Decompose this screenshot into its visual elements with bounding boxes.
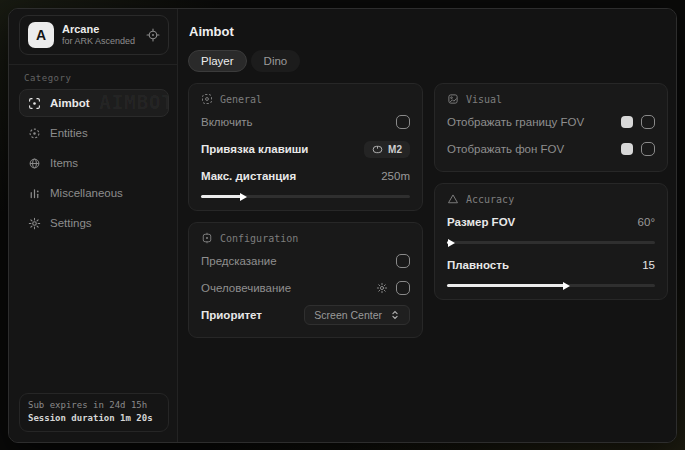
slider-thumb[interactable]	[448, 239, 455, 247]
tab-player[interactable]: Player	[188, 50, 247, 72]
target-icon[interactable]	[146, 28, 160, 42]
tab-dino[interactable]: Dino	[251, 50, 301, 72]
max-distance-row: Макс. дистанция 250m	[201, 166, 410, 186]
humanize-row: Очеловечивание	[201, 278, 410, 298]
prediction-label: Предсказание	[201, 255, 277, 267]
fov-background-checkbox[interactable]	[641, 142, 655, 156]
sidebar-item-label: Entities	[50, 127, 88, 139]
category-label: Category	[24, 73, 177, 83]
max-distance-label: Макс. дистанция	[201, 170, 296, 182]
general-panel: General Включить Привязка клавиши M2	[188, 83, 423, 211]
tab-bar: Player Dino	[188, 50, 668, 72]
enable-checkbox[interactable]	[396, 115, 410, 129]
fov-size-slider[interactable]	[447, 241, 655, 244]
configuration-panel-icon	[201, 232, 213, 244]
app-subtitle: for ARK Ascended	[62, 36, 135, 47]
subscription-info-card: Sub expires in 24d 15h Session duration …	[19, 393, 169, 432]
enable-row: Включить	[201, 112, 410, 132]
sidebar-item-label: Settings	[50, 217, 92, 229]
humanize-label: Очеловечивание	[201, 282, 291, 294]
keybind-row: Привязка клавиши M2	[201, 139, 410, 159]
prediction-row: Предсказание	[201, 251, 410, 271]
equalizer-bars-icon	[28, 187, 41, 200]
configuration-panel: Configuration Предсказание Очеловечивани…	[188, 222, 423, 338]
prediction-checkbox[interactable]	[396, 254, 410, 268]
sidebar-item-settings[interactable]: Settings	[19, 209, 169, 237]
unfold-icon	[390, 310, 400, 320]
gear-icon	[28, 217, 41, 230]
smoothness-label: Плавность	[447, 259, 509, 271]
app-window: A Arcane for ARK Ascended Category Aimbo…	[8, 8, 677, 443]
keybind-value: M2	[388, 144, 402, 155]
fov-border-label: Отображать границу FOV	[447, 116, 584, 128]
fov-border-row: Отображать границу FOV	[447, 112, 655, 132]
sidebar-nav: Aimbot AIMBOT Entities Items Miscellane	[9, 89, 177, 237]
visual-panel: Visual Отображать границу FOV Отображать…	[434, 83, 668, 172]
app-logo: A	[28, 22, 54, 48]
page-title: Aimbot	[189, 24, 668, 39]
main-content: Aimbot Player Dino General Включить	[178, 9, 677, 442]
slider-thumb[interactable]	[240, 193, 247, 201]
priority-value: Screen Center	[314, 309, 382, 321]
priority-row: Приоритет Screen Center	[201, 305, 410, 325]
configuration-panel-title: Configuration	[220, 233, 298, 244]
keybind-label: Привязка клавиши	[201, 143, 308, 155]
fov-size-value: 60°	[638, 216, 655, 228]
app-name: Arcane	[62, 23, 135, 37]
sidebar: A Arcane for ARK Ascended Category Aimbo…	[9, 9, 178, 442]
fov-background-color-swatch[interactable]	[621, 143, 633, 155]
visual-panel-title: Visual	[466, 94, 502, 105]
keybind-button[interactable]: M2	[364, 141, 410, 158]
general-panel-icon	[201, 93, 213, 105]
fov-size-row: Размер FOV 60°	[447, 212, 655, 232]
max-distance-value: 250m	[381, 170, 410, 182]
smoothness-value: 15	[642, 259, 655, 271]
fov-border-color-swatch[interactable]	[621, 116, 633, 128]
accuracy-panel-title: Accuracy	[466, 194, 514, 205]
humanize-checkbox[interactable]	[396, 281, 410, 295]
fov-size-label: Размер FOV	[447, 216, 515, 228]
sidebar-item-label: Items	[50, 157, 78, 169]
sidebar-item-aimbot[interactable]: Aimbot AIMBOT	[19, 89, 169, 117]
sub-expires-text: Sub expires in 24d 15h	[28, 400, 160, 412]
humanize-settings-icon[interactable]	[376, 282, 388, 294]
sidebar-item-miscellaneous[interactable]: Miscellaneous	[19, 179, 169, 207]
smoothness-row: Плавность 15	[447, 255, 655, 275]
visual-panel-icon	[447, 93, 459, 105]
accuracy-panel-icon	[447, 193, 459, 205]
accuracy-panel: Accuracy Размер FOV 60° Плавность 15	[434, 183, 668, 300]
fov-border-checkbox[interactable]	[641, 115, 655, 129]
mouse-icon	[372, 144, 383, 155]
priority-dropdown[interactable]: Screen Center	[304, 305, 410, 325]
priority-label: Приоритет	[201, 309, 262, 321]
sidebar-divider	[9, 64, 177, 65]
brand-card: A Arcane for ARK Ascended	[19, 15, 169, 55]
sidebar-item-label: Aimbot	[50, 97, 90, 109]
sidebar-item-entities[interactable]: Entities	[19, 119, 169, 147]
crosshair-frame-icon	[28, 97, 41, 110]
scan-circle-icon	[28, 127, 41, 140]
slider-thumb[interactable]	[563, 282, 570, 290]
general-panel-title: General	[220, 94, 262, 105]
enable-label: Включить	[201, 116, 253, 128]
session-duration-text: Session duration 1m 20s	[28, 413, 160, 425]
fov-background-label: Отображать фон FOV	[447, 143, 564, 155]
sidebar-item-items[interactable]: Items	[19, 149, 169, 177]
max-distance-slider[interactable]	[201, 195, 410, 198]
aimbot-watermark: AIMBOT	[99, 91, 169, 113]
sidebar-item-label: Miscellaneous	[50, 187, 123, 199]
sphere-icon	[28, 157, 41, 170]
smoothness-slider[interactable]	[447, 284, 655, 287]
fov-background-row: Отображать фон FOV	[447, 139, 655, 159]
